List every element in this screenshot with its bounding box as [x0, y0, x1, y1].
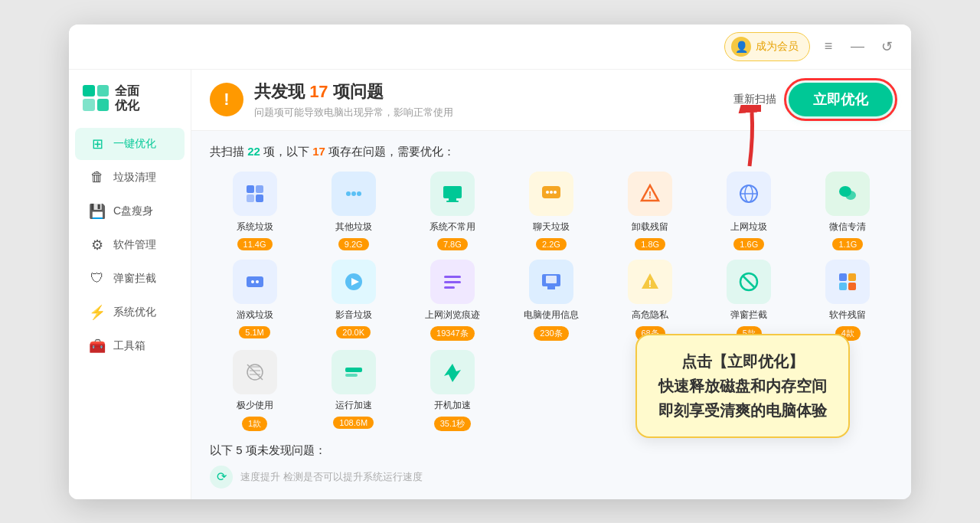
- svg-rect-46: [345, 374, 358, 377]
- issue-icon-上网垃圾: [727, 172, 771, 216]
- issue-badge-微信专清: 1.1G: [832, 238, 863, 250]
- issue-item-影音垃圾[interactable]: 影音垃圾 20.0K: [309, 260, 398, 341]
- one-click-icon: ⊞: [89, 136, 106, 152]
- issue-icon-上网浏览痕迹: [430, 260, 475, 304]
- issue-badge-系统不常用: 7.8G: [437, 238, 468, 250]
- speed-icon: ⟳: [210, 466, 233, 489]
- issue-item-弹窗拦截[interactable]: 弹窗拦截 5款: [704, 260, 794, 341]
- svg-point-13: [554, 191, 557, 194]
- issue-item-其他垃圾[interactable]: 其他垃圾 9.2G: [309, 172, 398, 250]
- issue-badge-聊天垃圾: 2.2G: [536, 238, 567, 250]
- trash-icon: 🗑: [89, 169, 106, 186]
- issue-item-上网垃圾[interactable]: 上网垃圾 1.6G: [704, 172, 794, 250]
- member-button[interactable]: 👤 成为会员: [724, 32, 810, 61]
- logo-grid-icon: [83, 85, 109, 111]
- issue-item-电脑使用信息[interactable]: 电脑使用信息 230条: [506, 260, 596, 341]
- issue-name-上网浏览痕迹: 上网浏览痕迹: [425, 309, 480, 322]
- svg-rect-7: [443, 186, 462, 198]
- software-icon: ⚙: [89, 237, 106, 253]
- svg-rect-1: [256, 185, 263, 193]
- svg-point-4: [346, 191, 351, 196]
- issue-icon-其他垃圾: [332, 172, 376, 216]
- sidebar-item-trash[interactable]: 🗑 垃圾清理: [75, 162, 185, 194]
- issue-name-极少使用: 极少使用: [237, 399, 273, 412]
- refresh-icon[interactable]: ↺: [876, 36, 897, 57]
- issue-item-系统不常用[interactable]: 系统不常用 7.8G: [407, 172, 497, 250]
- svg-rect-26: [444, 276, 461, 278]
- rescan-button[interactable]: 重新扫描: [733, 93, 776, 106]
- sidebar-item-label: 软件管理: [113, 238, 156, 252]
- logo-text: 全面 优化: [115, 83, 139, 113]
- content-header: ! 共发现 17 项问题 问题项可能导致电脑出现异常，影响正常使用 重新扫描: [191, 70, 911, 131]
- sidebar-item-label: 工具箱: [113, 339, 145, 353]
- issue-item-上网浏览痕迹[interactable]: 上网浏览痕迹 19347条: [407, 260, 497, 341]
- issue-item-高危隐私[interactable]: ! 高危隐私 68条: [606, 260, 695, 341]
- minimize-icon[interactable]: —: [847, 36, 868, 57]
- sidebar-item-popup[interactable]: 🛡 弹窗拦截: [75, 263, 185, 295]
- svg-rect-45: [345, 368, 362, 372]
- issue-badge-弹窗拦截: 5款: [737, 326, 762, 341]
- svg-text:!: !: [648, 278, 652, 289]
- optimize-button[interactable]: 立即优化: [789, 83, 893, 116]
- warning-icon: !: [210, 83, 243, 116]
- issue-badge-其他垃圾: 9.2G: [338, 238, 369, 250]
- svg-rect-36: [839, 273, 847, 281]
- issue-item-极少使用[interactable]: 极少使用 1款: [210, 350, 299, 431]
- svg-point-5: [351, 191, 356, 196]
- no-issue-section: 以下 5 项未发现问题：: [210, 443, 893, 458]
- issues-grid: 系统垃圾 11.4G 其他垃圾 9.2G 系统不常用 7.8G 聊天垃圾 2.2…: [210, 172, 893, 431]
- issue-icon-弹窗拦截: [727, 260, 771, 304]
- issue-name-聊天垃圾: 聊天垃圾: [533, 221, 570, 234]
- issue-name-弹窗拦截: 弹窗拦截: [730, 309, 767, 322]
- issue-icon-软件残留: [825, 260, 870, 304]
- sidebar-item-one-click[interactable]: ⊞ 一键优化: [75, 128, 185, 160]
- issue-badge-影音垃圾: 20.0K: [336, 326, 371, 338]
- issue-item-游戏垃圾[interactable]: 游戏垃圾 5.1M: [210, 260, 299, 341]
- svg-point-23: [256, 280, 259, 283]
- sidebar-item-sysopt[interactable]: ⚡ 系统优化: [75, 296, 185, 329]
- issue-icon-游戏垃圾: [233, 260, 277, 304]
- issue-name-运行加速: 运行加速: [335, 399, 372, 412]
- sidebar-item-cdisk[interactable]: 💾 C盘瘦身: [75, 195, 185, 227]
- issue-icon-影音垃圾: [332, 260, 376, 304]
- svg-point-6: [357, 191, 361, 196]
- sidebar-item-label: 一键优化: [113, 137, 156, 151]
- svg-rect-21: [247, 276, 263, 287]
- popup-icon: 🛡: [89, 270, 106, 287]
- titlebar: 👤 成为会员 ≡ — ↺: [69, 25, 911, 70]
- svg-line-35: [743, 276, 755, 288]
- svg-rect-9: [446, 201, 459, 202]
- issue-badge-高危隐私: 68条: [635, 326, 665, 341]
- issue-name-开机加速: 开机加速: [434, 399, 471, 412]
- svg-rect-3: [256, 194, 263, 202]
- issue-badge-系统垃圾: 11.4G: [237, 238, 273, 250]
- issue-icon-聊天垃圾: [529, 172, 573, 216]
- svg-point-11: [546, 191, 549, 194]
- issue-item-运行加速[interactable]: 运行加速 108.6M: [309, 350, 398, 431]
- issue-item-软件残留[interactable]: 软件残留 4款: [803, 260, 893, 341]
- issue-name-上网垃圾: 上网垃圾: [730, 221, 767, 234]
- issue-item-微信专清[interactable]: 微信专清 1.1G: [803, 172, 893, 250]
- issue-name-卸载残留: 卸载残留: [632, 221, 668, 234]
- toolbox-icon: 🧰: [89, 338, 106, 355]
- sidebar-item-software[interactable]: ⚙ 软件管理: [75, 229, 185, 261]
- issue-name-高危隐私: 高危隐私: [632, 309, 668, 322]
- issue-icon-微信专清: [825, 172, 870, 216]
- issue-badge-上网垃圾: 1.6G: [733, 238, 764, 250]
- issue-name-微信专清: 微信专清: [829, 221, 866, 234]
- menu-icon[interactable]: ≡: [818, 36, 839, 57]
- content-body: 共扫描 22 项，以下 17 项存在问题，需要优化： 系统垃圾 11.4G 其他…: [191, 131, 911, 499]
- sidebar-item-toolbox[interactable]: 🧰 工具箱: [75, 330, 185, 362]
- sysopt-icon: ⚡: [89, 304, 106, 321]
- svg-point-20: [845, 191, 856, 200]
- content-area: ! 共发现 17 项问题 问题项可能导致电脑出现异常，影响正常使用 重新扫描: [191, 70, 911, 499]
- issue-icon-运行加速: [332, 350, 376, 394]
- svg-rect-27: [444, 281, 461, 283]
- issue-item-卸载残留[interactable]: ! 卸载残留 1.8G: [606, 172, 695, 250]
- issue-badge-运行加速: 108.6M: [333, 417, 374, 429]
- issue-item-聊天垃圾[interactable]: 聊天垃圾 2.2G: [506, 172, 596, 250]
- issue-item-开机加速[interactable]: 开机加速 35.1秒: [407, 350, 497, 431]
- issue-item-系统垃圾[interactable]: 系统垃圾 11.4G: [210, 172, 299, 250]
- sidebar-item-label: C盘瘦身: [113, 204, 153, 218]
- svg-rect-2: [247, 194, 254, 202]
